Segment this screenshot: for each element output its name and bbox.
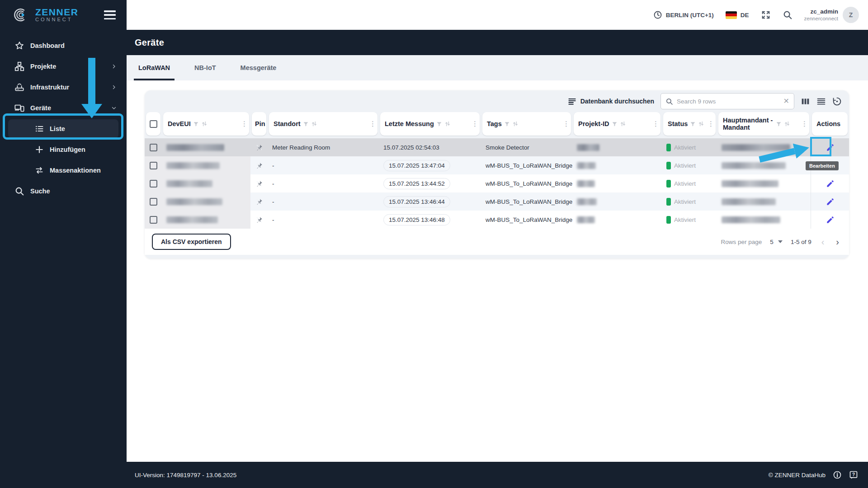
edit-button[interactable]	[822, 176, 838, 191]
density-icon[interactable]	[816, 97, 826, 106]
user-name: zc_admin	[804, 8, 838, 15]
router-icon	[14, 82, 24, 92]
pin-off-icon[interactable]	[255, 216, 263, 224]
columns-icon[interactable]	[801, 97, 810, 106]
table-footer: Als CSV exportieren Rows per page 5 1-5 …	[145, 229, 849, 255]
filter-icon[interactable]	[612, 121, 618, 127]
select-all-checkbox[interactable]	[150, 120, 157, 128]
col-header-hauptmandant[interactable]: Hauptmandant - Mandant ⋮	[718, 112, 809, 136]
col-header-letzte-messung[interactable]: Letzte Messung ⋮	[380, 112, 480, 136]
prev-page-button[interactable]: ‹	[820, 237, 826, 246]
table-row[interactable]: - 15.07.2025 13:46:44 wM-BUS_To_LoRaWAN_…	[145, 192, 849, 211]
pencil-icon	[826, 179, 835, 188]
filter-icon[interactable]	[303, 121, 309, 127]
column-menu-icon[interactable]: ⋮	[652, 120, 659, 128]
col-header-standort[interactable]: Standort ⋮	[269, 112, 377, 136]
edit-button[interactable]	[822, 140, 838, 155]
sidebar-item-dashboard[interactable]: Dashboard	[0, 35, 127, 56]
devices-icon	[14, 103, 24, 113]
deveui-cell	[162, 156, 250, 174]
row-checkbox[interactable]	[150, 162, 157, 169]
menu-toggle-icon[interactable]	[104, 10, 116, 19]
timezone-display[interactable]: BERLIN (UTC+1)	[653, 10, 714, 19]
fullscreen-icon[interactable]	[761, 10, 771, 20]
sidebar-item-label: Suche	[30, 188, 50, 195]
row-checkbox[interactable]	[150, 216, 157, 224]
tab-messgeraete[interactable]: Messgeräte	[236, 55, 281, 80]
sidebar-item-hinzufuegen[interactable]: Hinzufügen	[0, 139, 127, 160]
global-search-icon[interactable]	[783, 10, 793, 20]
clear-search-icon[interactable]: ✕	[783, 98, 789, 105]
column-menu-icon[interactable]: ⋮	[472, 120, 478, 128]
sidebar-item-infrastruktur[interactable]: Infrastruktur	[0, 77, 127, 98]
next-page-button[interactable]: ›	[834, 237, 841, 246]
col-header-tags[interactable]: Tags ⋮	[482, 112, 571, 136]
tab-lorawan[interactable]: LoRaWAN	[134, 55, 175, 80]
sort-icon[interactable]	[311, 121, 317, 127]
sort-icon[interactable]	[201, 121, 208, 127]
column-menu-icon[interactable]: ⋮	[369, 120, 376, 128]
sort-icon[interactable]	[512, 121, 519, 127]
content-area: Datenbank durchsuchen ✕ DevEUI ⋮	[127, 80, 868, 462]
sort-icon[interactable]	[620, 121, 626, 127]
sort-icon[interactable]	[698, 121, 704, 127]
col-label: DevEUI	[168, 120, 191, 127]
col-header-deveui[interactable]: DevEUI ⋮	[163, 112, 249, 136]
filter-icon[interactable]	[776, 121, 782, 127]
sidebar-item-massenaktionen[interactable]: Massenaktionen	[0, 160, 127, 181]
filter-icon[interactable]	[690, 121, 696, 127]
row-checkbox[interactable]	[150, 180, 157, 188]
row-checkbox[interactable]	[150, 198, 157, 206]
user-menu[interactable]: zc_admin zennerconnect Z	[804, 7, 859, 23]
pin-off-icon[interactable]	[255, 180, 263, 188]
pin-off-icon[interactable]	[255, 144, 263, 151]
column-menu-icon[interactable]: ⋮	[563, 120, 570, 128]
edit-button[interactable]	[822, 212, 838, 227]
sort-icon[interactable]	[784, 121, 790, 127]
row-checkbox[interactable]	[150, 144, 157, 151]
tab-nbiot[interactable]: NB-IoT	[190, 55, 221, 80]
table-search-input[interactable]	[677, 98, 780, 105]
star-icon	[14, 41, 24, 51]
column-menu-icon[interactable]: ⋮	[801, 120, 808, 128]
status-indicator	[666, 162, 671, 169]
database-search-button[interactable]: Datenbank durchsuchen	[568, 97, 654, 106]
column-menu-icon[interactable]: ⋮	[241, 120, 248, 128]
export-csv-button[interactable]: Als CSV exportieren	[152, 234, 231, 250]
sort-icon[interactable]	[444, 121, 451, 127]
sidebar-item-liste[interactable]: Liste	[0, 118, 127, 139]
edit-button[interactable]	[822, 194, 838, 209]
sidebar-item-projekte[interactable]: Projekte	[0, 56, 127, 77]
col-label: Letzte Messung	[385, 120, 434, 127]
ui-version: UI-Version: 1749819797 - 13.06.2025	[135, 472, 236, 479]
language-switcher[interactable]: DE	[726, 11, 749, 19]
pin-off-icon[interactable]	[255, 198, 263, 206]
topbar: BERLIN (UTC+1) DE zc_admin zennerconnect…	[127, 0, 868, 30]
status-indicator	[666, 198, 671, 206]
info-icon[interactable]	[833, 470, 842, 479]
table-row[interactable]: - 15.07.2025 13:44:52 wM-BUS_To_LoRaWAN_…	[145, 174, 849, 192]
status-label: Aktiviert	[674, 216, 696, 223]
chevron-right-icon	[111, 84, 117, 90]
table-row[interactable]: - 15.07.2025 13:46:48 wM-BUS_To_LoRaWAN_…	[145, 211, 849, 229]
status-label: Aktiviert	[674, 198, 696, 205]
col-header-projekt-id[interactable]: Projekt-ID ⋮	[574, 112, 660, 136]
sidebar-item-label: Geräte	[30, 104, 51, 112]
redacted-deveui	[166, 144, 224, 151]
pin-off-icon[interactable]	[255, 162, 263, 169]
sidebar-item-suche[interactable]: Suche	[0, 181, 127, 202]
rows-per-page-select[interactable]: 5	[770, 239, 783, 245]
filter-icon[interactable]	[436, 121, 442, 127]
table-row[interactable]: Meter Reading Room 15.07.2025 02:54:03 S…	[145, 138, 849, 156]
avatar[interactable]: Z	[843, 7, 859, 23]
column-menu-icon[interactable]: ⋮	[708, 120, 714, 128]
filter-icon[interactable]	[504, 121, 510, 127]
restore-history-icon[interactable]	[832, 97, 842, 106]
filter-icon[interactable]	[193, 121, 199, 127]
col-header-pin[interactable]: Pin	[252, 112, 266, 136]
sidebar-item-geraete[interactable]: Geräte	[0, 98, 127, 118]
col-header-status[interactable]: Status ⋮	[663, 112, 716, 136]
help-icon[interactable]	[849, 470, 858, 479]
col-label: Actions	[816, 120, 840, 127]
table-row[interactable]: - 15.07.2025 13:47:04 wM-BUS_To_LoRaWAN_…	[145, 156, 849, 174]
